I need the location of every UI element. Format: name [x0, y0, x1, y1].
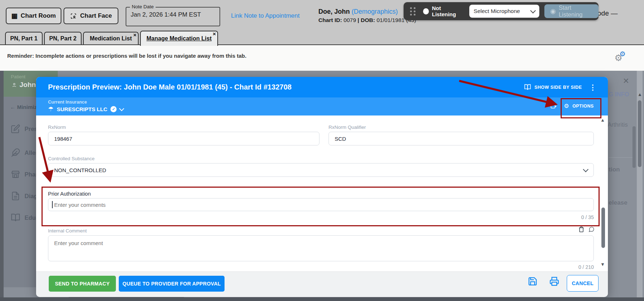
select-microphone-value: Select Microphone [474, 8, 520, 14]
patient-header: Doe, John (Demographics) [318, 8, 398, 16]
dob-label: DOB: [361, 17, 375, 23]
mode-text-fragment: ode — [597, 9, 618, 17]
chart-face-label: Chart Face [80, 12, 112, 19]
left-rail [0, 71, 4, 301]
print-icon[interactable] [549, 276, 559, 288]
separator: | [358, 17, 359, 23]
send-to-pharmacy-button[interactable]: SEND TO PHARMACY [49, 276, 116, 292]
prescribe-icon [11, 124, 20, 134]
queue-to-provider-button[interactable]: QUEUE TO PROVIDER FOR APPROVAL [119, 276, 225, 292]
controlled-substance-select[interactable]: NON_CONTROLLED [48, 163, 594, 177]
note-date-label: Note Date [130, 4, 156, 9]
bottom-strip [0, 297, 644, 301]
insurance-selector[interactable]: ☂ SURESCRIPTS LLC ✓ [48, 105, 123, 113]
controlled-substance-value: NON_CONTROLLED [54, 167, 106, 173]
background-text-fragment: elease [609, 199, 627, 206]
chart-face-button[interactable]: Chart Face [64, 8, 118, 24]
rxnorm-qualifier-label: RxNorm Qualifier [328, 125, 366, 130]
show-side-by-side-label: SHOW SIDE BY SIDE [534, 85, 582, 90]
gear-icon: ⚙ [614, 53, 622, 63]
tab-manage-medication-list[interactable]: Manage Medication List × [140, 31, 218, 46]
listening-status: Not Listening [432, 5, 464, 17]
demographics-link[interactable]: (Demographics) [352, 8, 398, 15]
page-scrollbar-thumb[interactable] [638, 100, 641, 167]
select-microphone-dropdown[interactable]: Select Microphone [469, 5, 539, 18]
prior-authorization-input[interactable] [48, 198, 594, 211]
page-scrollbar[interactable]: ▲ [637, 71, 643, 301]
scroll-up-icon[interactable]: ▲ [638, 92, 642, 97]
chevron-down-icon [583, 166, 589, 172]
current-insurance-label: Current Insurance [48, 100, 87, 105]
drag-handle-icon[interactable] [410, 7, 416, 16]
background-text-drug-info: G INFO [609, 91, 629, 98]
divider [609, 157, 635, 158]
internal-comment-label: Internal Comment [48, 228, 87, 234]
chart-id-label: Chart ID: [318, 17, 342, 23]
chevron-down-icon [119, 106, 124, 111]
store-icon [11, 170, 20, 179]
tab-pn-part-2[interactable]: PN, Part 2 [44, 32, 82, 44]
chart-room-label: Chart Room [21, 12, 56, 19]
chart-id-value: 0079 [344, 17, 356, 23]
umbrella-icon: ☂ [48, 105, 53, 113]
panel-scrollbar-thumb[interactable] [632, 126, 636, 168]
open-book-icon [524, 84, 531, 91]
rxnorm-qualifier-input[interactable] [328, 132, 594, 145]
sidebar-minimize[interactable]: ← Minimize [10, 104, 40, 110]
settings-gears-icon[interactable]: ⚙ ⚙ [614, 50, 631, 64]
gear-icon: ⚙ [564, 102, 569, 109]
options-button[interactable]: ⚙ OPTIONS [564, 102, 594, 109]
internal-comment-textarea[interactable] [48, 235, 594, 261]
patient-subheader: Chart ID: 0079 | DOB: 01/01/1981 (45) [318, 17, 416, 23]
transfer-icon[interactable] [550, 103, 557, 112]
modal-footer: SEND TO PHARMACY QUEUE TO PROVIDER FOR A… [36, 271, 608, 297]
verified-check-icon: ✓ [110, 106, 117, 112]
grid-icon: ▦ [11, 12, 17, 20]
record-icon: ◉ [550, 7, 556, 15]
controlled-substance-label: Controlled Substance [48, 156, 95, 161]
internal-comment-counter: 0 / 210 [551, 264, 594, 270]
save-icon[interactable] [528, 276, 538, 288]
background-text-fragment: tion [609, 166, 620, 173]
tab-pn-part-1[interactable]: PN, Part 1 [5, 32, 43, 44]
start-listening-button[interactable]: ◉ Start Listening [544, 4, 599, 18]
reminder-text: Reminder: Incomplete actions or prescrip… [7, 53, 247, 59]
prior-authorization-label: Prior Authorization [48, 191, 91, 197]
background-text-arthritis: Arthritis [608, 121, 628, 128]
insurance-bar: Current Insurance ☂ SURESCRIPTS LLC ✓ ⚙ … [36, 97, 608, 115]
modal-scroll-down-icon[interactable]: ▼ [600, 262, 605, 267]
tab-close-icon[interactable]: × [133, 32, 136, 38]
modal-title: Prescription Preview: John Doe Male 01/0… [48, 83, 292, 91]
tab-label: PN, Part 2 [49, 35, 77, 42]
document-icon [11, 191, 20, 201]
screen: ▦ Chart Room Chart Face Note Date Jan 2,… [0, 0, 644, 301]
tab-label: Medication List [90, 35, 132, 42]
listening-status-icon [423, 8, 429, 14]
kebab-menu-icon[interactable]: ⋮ [588, 83, 598, 92]
text-caret [52, 201, 53, 208]
person-icon [12, 82, 17, 88]
tab-label: Manage Medication List [147, 35, 212, 42]
feather-icon [11, 148, 20, 157]
show-side-by-side-button[interactable]: SHOW SIDE BY SIDE [524, 84, 582, 91]
patient-name: Doe, John [318, 8, 350, 15]
modal-scrollbar-thumb[interactable] [601, 208, 605, 248]
comment-bubble-icon[interactable] [588, 226, 595, 234]
link-note-to-appointment[interactable]: Link Note to Appointment [231, 12, 300, 19]
cancel-button[interactable]: CANCEL [567, 275, 599, 292]
patient-label: Patient [11, 74, 25, 79]
dictation-widget: Not Listening Select Microphone ◉ Start … [404, 2, 599, 20]
trash-icon[interactable] [578, 226, 584, 234]
note-date-field[interactable]: Note Date Jan 2, 2026 1:44 PM EST [126, 7, 220, 26]
chart-room-button[interactable]: ▦ Chart Room [6, 8, 61, 24]
rxnorm-input[interactable] [48, 132, 319, 145]
start-listening-label: Start Listening [559, 4, 593, 18]
modal-scroll-up-icon[interactable]: ▲ [600, 117, 605, 123]
prior-authorization-counter: 0 / 35 [551, 214, 594, 220]
tab-label: PN, Part 1 [10, 35, 38, 42]
close-icon[interactable]: × [623, 75, 629, 87]
insurance-value: SURESCRIPTS LLC [57, 106, 107, 112]
tab-close-icon[interactable]: × [213, 31, 216, 37]
tab-medication-list[interactable]: Medication List × [83, 32, 139, 44]
chart-face-icon [70, 13, 77, 19]
